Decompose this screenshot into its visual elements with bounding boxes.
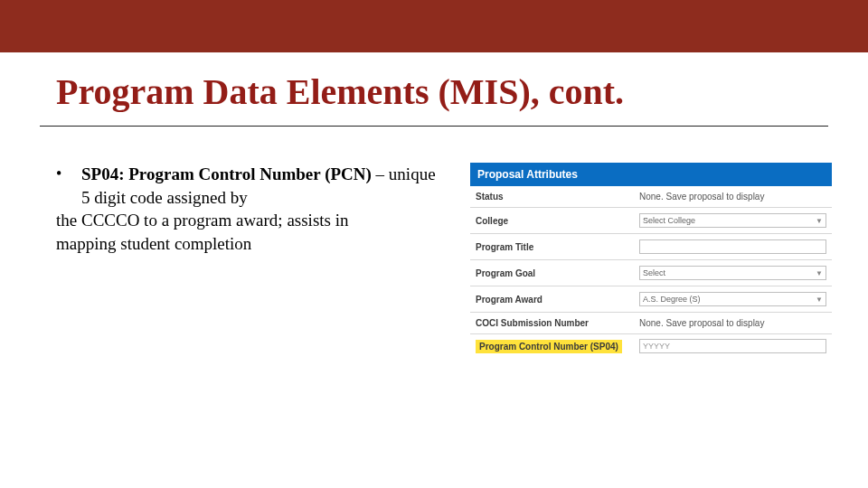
chevron-down-icon: ▼ [816, 296, 823, 304]
label-pcn-highlight: Program Control Number (SP04) [476, 340, 622, 353]
label-pcn: Program Control Number (SP04) [476, 340, 634, 353]
proposal-attributes-panel: Proposal Attributes Status None. Save pr… [470, 163, 832, 358]
panel-header: Proposal Attributes [470, 163, 832, 186]
select-program-award[interactable]: A.S. Degree (S) ▼ [639, 292, 826, 306]
label-program-award: Program Award [476, 295, 634, 305]
bullet-dot: • [56, 163, 81, 209]
row-program-goal: Program Goal Select ▼ [470, 260, 832, 286]
select-program-award-value: A.S. Degree (S) [643, 295, 701, 304]
top-bar [0, 0, 868, 52]
input-program-title[interactable] [639, 239, 826, 254]
row-program-title: Program Title [470, 234, 832, 260]
value-status: None. Save proposal to display [639, 192, 826, 202]
label-coci: COCI Submission Number [476, 318, 634, 328]
bullet-text-block: • SP04: Program Control Number (PCN) – u… [56, 163, 436, 358]
label-program-title: Program Title [476, 242, 634, 252]
label-college: College [476, 216, 634, 226]
select-college[interactable]: Select College ▼ [639, 213, 826, 228]
content-area: • SP04: Program Control Number (PCN) – u… [0, 127, 868, 358]
slide-title: Program Data Elements (MIS), cont. [0, 52, 868, 120]
row-program-award: Program Award A.S. Degree (S) ▼ [470, 286, 832, 313]
label-program-goal: Program Goal [476, 268, 634, 278]
label-status: Status [476, 192, 634, 202]
input-pcn-placeholder: YYYYY [643, 342, 670, 351]
bullet-line-1: SP04: Program Control Number (PCN) – uni… [81, 163, 436, 209]
row-college: College Select College ▼ [470, 208, 832, 234]
bullet-lead: SP04: Program Control Number (PCN) [81, 164, 372, 183]
chevron-down-icon: ▼ [816, 269, 823, 277]
bullet-line-3: mapping student completion [56, 232, 436, 256]
bullet-line-2: the CCCCO to a program award; assists in [56, 209, 436, 232]
chevron-down-icon: ▼ [816, 217, 823, 225]
select-program-goal[interactable]: Select ▼ [639, 266, 826, 280]
value-coci: None. Save proposal to display [639, 318, 826, 328]
row-pcn: Program Control Number (SP04) YYYYY [470, 334, 832, 358]
row-status: Status None. Save proposal to display [470, 186, 832, 208]
row-coci: COCI Submission Number None. Save propos… [470, 313, 832, 334]
select-program-goal-value: Select [643, 268, 665, 277]
select-college-value: Select College [643, 216, 695, 225]
input-pcn[interactable]: YYYYY [639, 339, 826, 353]
